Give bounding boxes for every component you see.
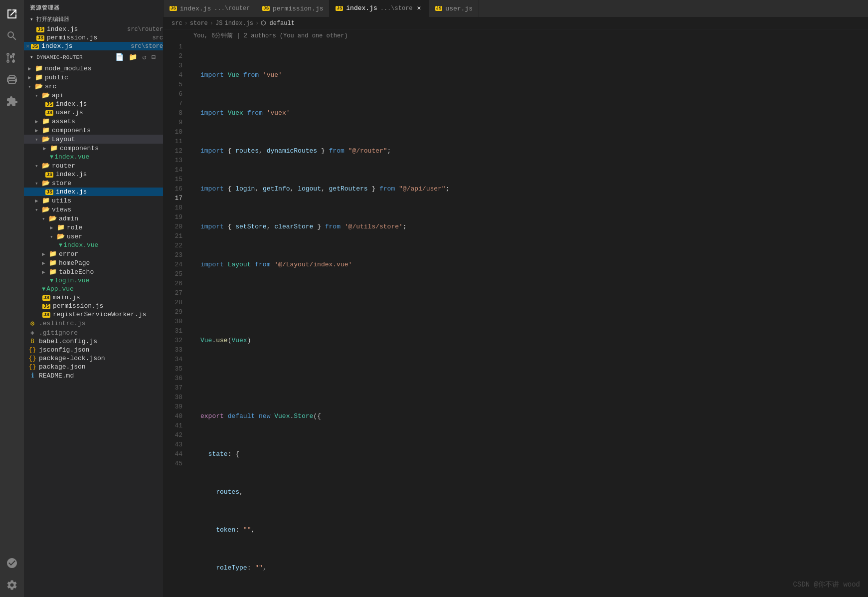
tab-permission[interactable]: JS permission.js: [256, 0, 330, 17]
file-store-index[interactable]: JS index.js: [24, 188, 163, 196]
new-file-icon[interactable]: 📄: [114, 52, 125, 62]
file-eslintrc[interactable]: ⚙ .eslintrc.js: [24, 319, 163, 328]
folder-admin[interactable]: ▾ 📂 admin: [24, 214, 163, 223]
folder-src[interactable]: ▾ 📂 src: [24, 82, 163, 91]
breadcrumb-store: store: [190, 20, 208, 27]
file-main-js[interactable]: JS main.js: [24, 293, 163, 302]
sidebar-title: 资源管理器: [24, 0, 163, 13]
file-package-json[interactable]: {} package.json: [24, 363, 163, 371]
editor-area: You, 6分钟前 | 2 authors (You and one other…: [164, 29, 868, 597]
code-content[interactable]: import Vue from 'vue' import Vuex from '…: [188, 42, 868, 597]
folder-node-modules[interactable]: ▶ 📁 node_modules: [24, 64, 163, 73]
sidebar: 资源管理器 ▾ 打开的编辑器 JS index.js src\router JS…: [24, 0, 164, 597]
breadcrumb-file: index.js: [224, 20, 253, 27]
folder-utils[interactable]: ▶ 📁 utils: [24, 196, 163, 205]
folder-role[interactable]: ▶ 📁 role: [24, 223, 163, 232]
file-babel-config[interactable]: B babel.config.js: [24, 337, 163, 346]
file-api-index[interactable]: JS index.js: [24, 100, 163, 108]
settings-icon[interactable]: [2, 575, 22, 595]
open-file-index-router[interactable]: JS index.js src\router: [24, 25, 163, 33]
file-login-vue[interactable]: ▼ login.vue: [24, 276, 163, 285]
file-layout-index-vue[interactable]: ▼ index.vue: [24, 153, 163, 161]
collapse-all-icon[interactable]: ⊟: [150, 52, 157, 62]
activity-bar: [0, 0, 24, 597]
file-gitignore[interactable]: ◈ .gitignore: [24, 328, 163, 337]
extensions-icon[interactable]: [2, 92, 22, 112]
git-info: You, 6分钟前 | 2 authors (You and one other…: [164, 29, 868, 42]
folder-views[interactable]: ▾ 📂 views: [24, 205, 163, 214]
breadcrumb: src › store › JS index.js › ⬡ default: [164, 17, 868, 29]
folder-store[interactable]: ▾ 📂 store: [24, 179, 163, 188]
refresh-icon[interactable]: ↺: [141, 52, 148, 62]
folder-tableecho[interactable]: ▶ 📁 tableEcho: [24, 267, 163, 276]
watermark: CSDN @你不讲 wood: [793, 580, 860, 589]
line-numbers: 123 456 789 101112 131415 161718 192021 …: [164, 42, 188, 597]
new-folder-icon[interactable]: 📁: [127, 52, 139, 62]
folder-router[interactable]: ▾ 📂 router: [24, 161, 163, 170]
breadcrumb-src: src: [172, 20, 182, 27]
file-permission-js[interactable]: JS permission.js: [24, 302, 163, 310]
tab-index-router[interactable]: JS index.js ...\router: [164, 0, 256, 17]
folder-public[interactable]: ▶ 📁 public: [24, 73, 163, 82]
tab-user[interactable]: JS user.js: [429, 0, 479, 17]
folder-user[interactable]: ▾ 📂 user: [24, 232, 163, 241]
file-user-index-vue[interactable]: ▼ index.vue: [24, 241, 163, 249]
file-jsconfig[interactable]: {} jsconfig.json: [24, 346, 163, 354]
git-graph-icon[interactable]: [2, 553, 22, 573]
folder-error[interactable]: ▶ 📁 error: [24, 249, 163, 258]
search-icon[interactable]: [2, 26, 22, 46]
open-file-permission[interactable]: JS permission.js src: [24, 33, 163, 42]
explorer-icon[interactable]: [2, 4, 22, 24]
file-app-vue[interactable]: ▼ App.vue: [24, 285, 163, 293]
folder-components[interactable]: ▶ 📁 components: [24, 126, 163, 135]
folder-assets[interactable]: ▶ 📁 assets: [24, 117, 163, 126]
folder-layout-components[interactable]: ▶ 📁 components: [24, 144, 163, 153]
project-name: DYNAMIC-ROUTER: [36, 54, 82, 60]
file-router-index[interactable]: JS index.js: [24, 170, 163, 179]
folder-homepage[interactable]: ▶ 📁 homePage: [24, 258, 163, 267]
tab-bar: JS index.js ...\router JS permission.js …: [164, 0, 868, 17]
breadcrumb-symbol: ⬡ default: [261, 19, 295, 27]
open-editors-section[interactable]: ▾ 打开的编辑器: [24, 13, 163, 25]
folder-api[interactable]: ▾ 📂 api: [24, 91, 163, 100]
folder-layout[interactable]: ▾ 📂 Layout: [24, 135, 163, 144]
project-section[interactable]: ▾ DYNAMIC-ROUTER 📄 📁 ↺ ⊟: [24, 50, 163, 64]
file-readme[interactable]: ℹ README.md: [24, 371, 163, 380]
code-container[interactable]: 123 456 789 101112 131415 161718 192021 …: [164, 42, 868, 597]
file-register-sw[interactable]: JS registerServiceWorker.js: [24, 310, 163, 319]
file-package-lock[interactable]: {} package-lock.json: [24, 354, 163, 363]
file-api-user[interactable]: JS user.js: [24, 108, 163, 117]
close-tab-icon[interactable]: ✕: [416, 5, 423, 12]
run-debug-icon[interactable]: [2, 70, 22, 90]
source-control-icon[interactable]: [2, 48, 22, 68]
tab-index-store[interactable]: JS index.js ...\store ✕: [330, 0, 429, 17]
main-editor: JS index.js ...\router JS permission.js …: [164, 0, 868, 597]
open-file-index-store[interactable]: ✕ JS index.js src\store: [24, 42, 163, 50]
